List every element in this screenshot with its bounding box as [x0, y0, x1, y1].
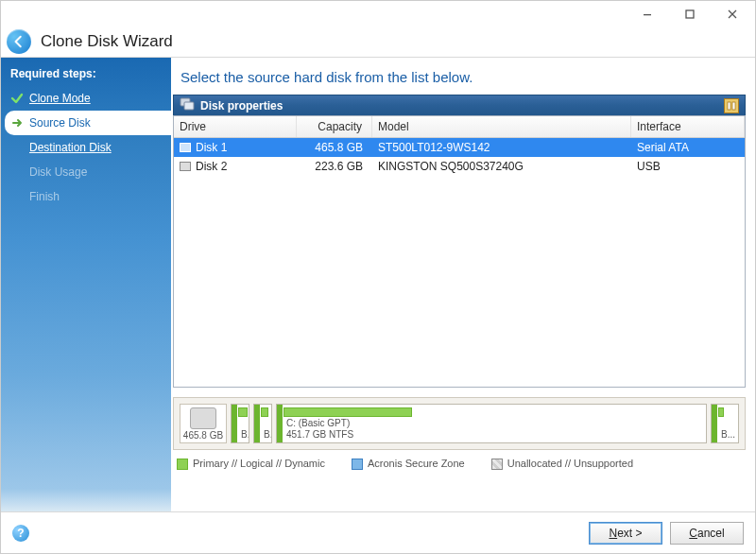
- svg-rect-3: [184, 102, 194, 110]
- step-destination-disk[interactable]: Destination Disk: [1, 135, 171, 160]
- blank-icon: [10, 165, 24, 179]
- disk-row[interactable]: Disk 2 223.6 GB KINGSTON SQ500S37240G US…: [174, 157, 745, 176]
- step-label: Finish: [29, 190, 60, 203]
- close-button[interactable]: [711, 1, 753, 27]
- main-pane: Select the source hard disk from the lis…: [171, 58, 755, 511]
- next-button[interactable]: Next >: [589, 522, 662, 545]
- blank-icon: [10, 190, 24, 203]
- blank-icon: [10, 141, 24, 154]
- partition-name: C: (Basic GPT): [286, 418, 702, 429]
- minimize-button[interactable]: [626, 1, 668, 27]
- disk-layout-disk-icon[interactable]: 465.8 GB: [180, 404, 227, 443]
- wizard-header: Clone Disk Wizard: [1, 27, 755, 58]
- disk-list-header: Drive Capacity Model Interface: [174, 116, 745, 138]
- check-icon: [10, 92, 24, 105]
- step-label: Destination Disk: [29, 141, 112, 154]
- disk-layout-panel: 465.8 GB B... B... C: (Basic GPT) 451.7 …: [173, 397, 746, 450]
- legend-secure-zone: Acronis Secure Zone: [352, 458, 465, 470]
- step-disk-usage: Disk Usage: [1, 160, 171, 184]
- disk-row[interactable]: Disk 1 465.8 GB ST500LT012-9WS142 Serial…: [174, 138, 745, 157]
- svg-rect-1: [686, 10, 694, 18]
- partition-block[interactable]: C: (Basic GPT) 451.7 GB NTFS: [276, 404, 707, 443]
- col-model[interactable]: Model: [372, 116, 631, 137]
- partition-block[interactable]: B...: [253, 404, 272, 443]
- step-label: Source Disk: [29, 116, 91, 130]
- arrow-right-icon: [10, 116, 24, 130]
- legend-primary: Primary // Logical // Dynamic: [177, 458, 325, 470]
- wizard-title: Clone Disk Wizard: [41, 32, 173, 51]
- maximize-button[interactable]: [668, 1, 711, 27]
- hdd-icon: [190, 407, 216, 429]
- disk-icon: [180, 162, 191, 171]
- page-heading: Select the source hard disk from the lis…: [173, 63, 746, 95]
- step-source-disk[interactable]: Source Disk: [5, 111, 171, 135]
- back-button[interactable]: [7, 29, 31, 54]
- sidebar-heading: Required steps:: [1, 61, 171, 86]
- sidebar: Required steps: Clone Mode Source Disk D…: [1, 58, 171, 511]
- step-clone-mode[interactable]: Clone Mode: [1, 86, 171, 111]
- step-finish: Finish: [1, 184, 171, 209]
- partition-detail: 451.7 GB NTFS: [286, 429, 702, 441]
- partition-block[interactable]: B...: [231, 404, 249, 443]
- col-capacity[interactable]: Capacity: [297, 116, 372, 137]
- legend-unallocated: Unallocated // Unsupported: [491, 458, 633, 470]
- legend: Primary // Logical // Dynamic Acronis Se…: [173, 450, 746, 474]
- step-label: Clone Mode: [29, 92, 91, 105]
- footer: ? Next > Cancel: [1, 511, 755, 553]
- disk-properties-header: Disk properties: [173, 95, 746, 115]
- columns-chooser-button[interactable]: [724, 98, 739, 113]
- svg-rect-5: [732, 102, 735, 110]
- col-interface[interactable]: Interface: [631, 116, 745, 137]
- panel-title-label: Disk properties: [200, 99, 283, 113]
- svg-rect-0: [644, 14, 651, 15]
- disks-icon: [180, 97, 195, 113]
- disk-list: Drive Capacity Model Interface Disk 1 46…: [173, 115, 746, 388]
- col-drive[interactable]: Drive: [174, 116, 297, 137]
- disk-layout-capacity: 465.8 GB: [183, 429, 223, 442]
- partition-block[interactable]: B...: [711, 404, 739, 443]
- help-button[interactable]: ?: [12, 525, 29, 542]
- disk-icon: [180, 143, 191, 152]
- step-label: Disk Usage: [29, 165, 87, 179]
- svg-rect-4: [728, 102, 730, 110]
- cancel-button[interactable]: Cancel: [670, 522, 744, 545]
- titlebar-controls: [1, 1, 755, 27]
